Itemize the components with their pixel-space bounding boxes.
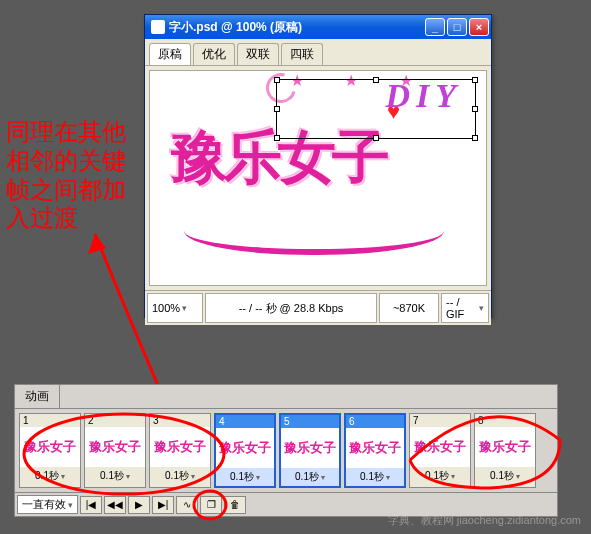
tab-4up[interactable]: 四联 bbox=[281, 43, 323, 65]
frame[interactable]: 6豫乐女子0.1秒▾ bbox=[344, 413, 406, 488]
minimize-button[interactable]: _ bbox=[425, 18, 445, 36]
frame-number: 5 bbox=[281, 415, 339, 428]
rate-stats: -- / -- 秒 @ 28.8 Kbps bbox=[205, 293, 377, 323]
swirl-underline bbox=[184, 231, 444, 255]
frame-delay[interactable]: 0.1秒▾ bbox=[346, 468, 404, 486]
frame-number: 1 bbox=[20, 414, 80, 427]
handle-br[interactable] bbox=[472, 135, 478, 141]
frame-thumbnail: 豫乐女子 bbox=[475, 427, 535, 467]
handle-tl[interactable] bbox=[274, 77, 280, 83]
tween-button[interactable]: ∿ bbox=[176, 496, 198, 514]
animation-panel: 动画 1豫乐女子0.1秒▾2豫乐女子0.1秒▾3豫乐女子0.1秒▾4豫乐女子0.… bbox=[14, 384, 558, 517]
annotation-text: 同理在其他 相邻的关键 帧之间都加 入过渡 bbox=[6, 118, 156, 233]
frame[interactable]: 8豫乐女子0.1秒▾ bbox=[474, 413, 536, 488]
handle-tr[interactable] bbox=[472, 77, 478, 83]
handle-tm[interactable] bbox=[373, 77, 379, 83]
preview-tabs: 原稿 优化 双联 四联 bbox=[145, 39, 491, 66]
frame-thumbnail: 豫乐女子 bbox=[216, 428, 274, 468]
next-frame-button[interactable]: ▶| bbox=[152, 496, 174, 514]
tab-2up[interactable]: 双联 bbox=[237, 43, 279, 65]
animation-tab[interactable]: 动画 bbox=[15, 385, 60, 408]
handle-mr[interactable] bbox=[472, 106, 478, 112]
frame-thumbnail: 豫乐女子 bbox=[150, 427, 210, 467]
titlebar-text: 字小.psd @ 100% (原稿) bbox=[169, 19, 425, 36]
zoom-field[interactable]: 100%▾ bbox=[147, 293, 203, 323]
frame[interactable]: 1豫乐女子0.1秒▾ bbox=[19, 413, 81, 488]
filesize: ~870K bbox=[379, 293, 439, 323]
frame[interactable]: 3豫乐女子0.1秒▾ bbox=[149, 413, 211, 488]
handle-bm[interactable] bbox=[373, 135, 379, 141]
frame-number: 7 bbox=[410, 414, 470, 427]
frame-strip: 1豫乐女子0.1秒▾2豫乐女子0.1秒▾3豫乐女子0.1秒▾4豫乐女子0.1秒▾… bbox=[15, 409, 557, 492]
canvas[interactable]: ★ ★ ★ DIY ♥ 豫乐女子 bbox=[149, 70, 487, 286]
first-frame-button[interactable]: |◀ bbox=[80, 496, 102, 514]
frame-thumbnail: 豫乐女子 bbox=[281, 428, 339, 468]
frame-number: 8 bbox=[475, 414, 535, 427]
frame[interactable]: 2豫乐女子0.1秒▾ bbox=[84, 413, 146, 488]
frame-thumbnail: 豫乐女子 bbox=[20, 427, 80, 467]
frame-number: 3 bbox=[150, 414, 210, 427]
frame-thumbnail: 豫乐女子 bbox=[85, 427, 145, 467]
frame-number: 6 bbox=[346, 415, 404, 428]
dropdown-icon: ▾ bbox=[68, 500, 73, 510]
frame-thumbnail: 豫乐女子 bbox=[410, 427, 470, 467]
dropdown-icon: ▾ bbox=[182, 303, 187, 313]
statusbar: 100%▾ -- / -- 秒 @ 28.8 Kbps ~870K -- / G… bbox=[145, 290, 491, 325]
frame-delay[interactable]: 0.1秒▾ bbox=[150, 467, 210, 485]
frame[interactable]: 7豫乐女子0.1秒▾ bbox=[409, 413, 471, 488]
delete-frame-button[interactable]: 🗑 bbox=[224, 496, 246, 514]
doc-icon bbox=[151, 20, 165, 34]
loop-select[interactable]: 一直有效▾ bbox=[17, 495, 78, 514]
frame-number: 2 bbox=[85, 414, 145, 427]
frame-delay[interactable]: 0.1秒▾ bbox=[20, 467, 80, 485]
frame-delay[interactable]: 0.1秒▾ bbox=[216, 468, 274, 486]
frame[interactable]: 5豫乐女子0.1秒▾ bbox=[279, 413, 341, 488]
frame-number: 4 bbox=[216, 415, 274, 428]
svg-marker-0 bbox=[88, 234, 106, 254]
titlebar[interactable]: 字小.psd @ 100% (原稿) _ □ × bbox=[145, 15, 491, 39]
maximize-button[interactable]: □ bbox=[447, 18, 467, 36]
frame-delay[interactable]: 0.1秒▾ bbox=[281, 468, 339, 486]
handle-ml[interactable] bbox=[274, 106, 280, 112]
dropdown-icon: ▾ bbox=[479, 303, 484, 313]
prev-frame-button[interactable]: ◀◀ bbox=[104, 496, 126, 514]
handle-bl[interactable] bbox=[274, 135, 280, 141]
transform-selection[interactable] bbox=[276, 79, 476, 139]
tab-optimized[interactable]: 优化 bbox=[193, 43, 235, 65]
watermark: 字典、教程网 jiaocheng.zidiantong.com bbox=[388, 513, 581, 528]
format-field[interactable]: -- / GIF▾ bbox=[441, 293, 489, 323]
play-button[interactable]: ▶ bbox=[128, 496, 150, 514]
frame-delay[interactable]: 0.1秒▾ bbox=[85, 467, 145, 485]
document-window: 字小.psd @ 100% (原稿) _ □ × 原稿 优化 双联 四联 ★ ★… bbox=[144, 14, 492, 318]
frame-delay[interactable]: 0.1秒▾ bbox=[410, 467, 470, 485]
tab-original[interactable]: 原稿 bbox=[149, 43, 191, 65]
frame-delay[interactable]: 0.1秒▾ bbox=[475, 467, 535, 485]
frame[interactable]: 4豫乐女子0.1秒▾ bbox=[214, 413, 276, 488]
frame-thumbnail: 豫乐女子 bbox=[346, 428, 404, 468]
new-frame-button[interactable]: ❐ bbox=[200, 496, 222, 514]
close-button[interactable]: × bbox=[469, 18, 489, 36]
